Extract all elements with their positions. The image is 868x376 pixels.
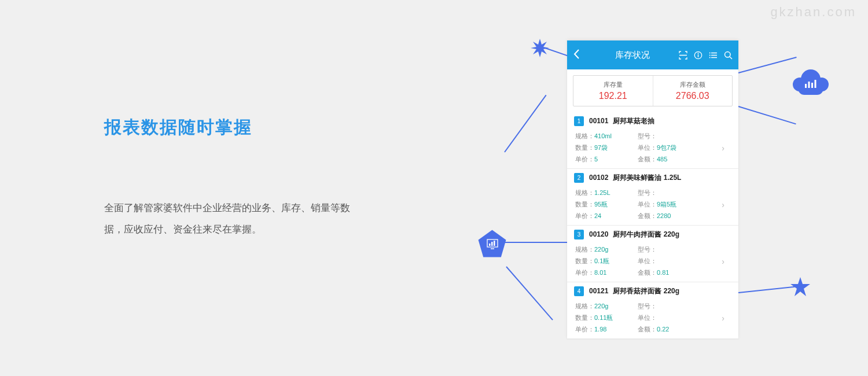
item-amount: 金额：2280 <box>638 212 713 220</box>
item-index-badge: 3 <box>574 230 584 239</box>
item-model: 型号： <box>638 245 713 254</box>
svg-rect-7 <box>808 82 810 88</box>
item-code: 00120 <box>589 230 608 238</box>
scan-icon[interactable] <box>679 51 687 60</box>
chevron-right-icon: › <box>713 200 724 209</box>
item-index-badge: 2 <box>574 173 584 183</box>
item-price: 单价：8.01 <box>575 268 638 277</box>
headline: 报表数据随时掌握 <box>104 116 359 139</box>
back-button[interactable] <box>567 49 586 61</box>
item-index-badge: 1 <box>574 116 584 126</box>
summary-quantity: 库存量 192.21 <box>573 76 653 106</box>
svg-point-18 <box>709 54 711 56</box>
svg-rect-4 <box>494 241 495 246</box>
item-amount: 金额：485 <box>638 155 713 164</box>
item-spec: 规格：1.25L <box>575 189 638 197</box>
star-icon <box>790 277 811 297</box>
connector-line <box>506 266 553 320</box>
inventory-list: 100101厨邦草菇老抽规格：410ml型号：›数量：97袋单位：9包7袋单价：… <box>567 112 738 339</box>
svg-point-19 <box>709 57 711 58</box>
item-amount: 金额：0.22 <box>638 325 713 334</box>
list-item[interactable]: 200102厨邦美味鲜酱油 1.25L规格：1.25L型号：›数量：95瓶单位：… <box>567 169 738 226</box>
item-model: 型号： <box>638 189 713 197</box>
list-item[interactable]: 300120厨邦牛肉拌面酱 220g规格：220g型号：›数量：0.1瓶单位：单… <box>567 226 738 282</box>
item-code: 00101 <box>589 117 608 125</box>
item-code: 00121 <box>589 287 608 295</box>
search-icon[interactable] <box>724 51 733 60</box>
item-model: 型号： <box>638 302 713 311</box>
item-unit: 单位： <box>638 314 713 322</box>
list-item[interactable]: 100101厨邦草菇老抽规格：410ml型号：›数量：97袋单位：9包7袋单价：… <box>567 112 738 169</box>
connector-line <box>505 242 567 243</box>
connector-line <box>738 57 797 73</box>
item-unit: 单位： <box>638 257 713 266</box>
item-price: 单价：5 <box>575 155 638 164</box>
connector-line <box>738 286 795 293</box>
svg-point-12 <box>698 53 699 54</box>
item-name: 厨邦草菇老抽 <box>613 116 654 126</box>
item-unit: 单位：9包7袋 <box>638 143 713 152</box>
list-icon[interactable] <box>709 51 718 60</box>
item-spec: 规格：410ml <box>575 132 638 141</box>
svg-point-20 <box>725 51 731 57</box>
chevron-right-icon: › <box>713 143 724 153</box>
svg-rect-8 <box>811 83 813 88</box>
summary-label: 库存金额 <box>680 80 705 89</box>
phone-screen: 库存状况 库存量 192.21 库存金额 2766.03 100101厨邦草菇老… <box>567 40 738 339</box>
item-name: 厨邦牛肉拌面酱 220g <box>613 230 679 239</box>
chevron-right-icon: › <box>713 314 724 323</box>
svg-rect-13 <box>698 54 698 57</box>
item-spec: 规格：220g <box>575 302 638 311</box>
svg-rect-9 <box>815 80 816 88</box>
summary-label: 库存量 <box>604 80 623 89</box>
summary-amount: 库存金额 2766.03 <box>653 76 733 106</box>
chevron-right-icon: › <box>713 257 724 266</box>
svg-marker-10 <box>790 277 810 296</box>
app-title: 库存状况 <box>586 50 679 61</box>
item-price: 单价：1.98 <box>575 325 638 334</box>
item-quantity: 数量：95瓶 <box>575 200 638 209</box>
burst-icon <box>531 39 549 57</box>
summary-card: 库存量 192.21 库存金额 2766.03 <box>573 75 733 106</box>
svg-point-17 <box>709 52 711 53</box>
svg-rect-2 <box>489 244 491 246</box>
svg-line-21 <box>730 57 732 59</box>
item-name: 厨邦美味鲜酱油 1.25L <box>613 173 681 183</box>
svg-rect-3 <box>491 242 493 246</box>
svg-rect-6 <box>805 84 807 88</box>
item-code: 00102 <box>589 174 608 182</box>
item-quantity: 数量：0.1瓶 <box>575 257 638 266</box>
item-unit: 单位：9箱5瓶 <box>638 200 713 209</box>
summary-value: 192.21 <box>599 91 627 101</box>
svg-marker-0 <box>531 39 549 57</box>
cloud-chart-icon <box>793 69 829 96</box>
list-item[interactable]: 400121厨邦香菇拌面酱 220g规格：220g型号：›数量：0.11瓶单位：… <box>567 282 738 339</box>
item-spec: 规格：220g <box>575 245 638 254</box>
connector-line <box>504 95 546 153</box>
connector-line <box>738 106 796 124</box>
item-quantity: 数量：97袋 <box>575 143 638 152</box>
app-bar: 库存状况 <box>567 40 738 69</box>
watermark-text: gkzhan.com <box>770 5 856 20</box>
pentagon-icon <box>477 229 507 259</box>
item-amount: 金额：0.81 <box>638 268 713 277</box>
item-name: 厨邦香菇拌面酱 220g <box>613 286 679 296</box>
marketing-copy: 报表数据随时掌握 全面了解管家婆软件中企业经营的业务、库存、销量等数据，应收应付… <box>104 116 359 241</box>
item-price: 单价：24 <box>575 212 638 220</box>
summary-value: 2766.03 <box>676 91 709 101</box>
item-index-badge: 4 <box>574 286 584 296</box>
item-model: 型号： <box>638 132 713 141</box>
item-quantity: 数量：0.11瓶 <box>575 314 638 322</box>
description: 全面了解管家婆软件中企业经营的业务、库存、销量等数据，应收应付、资金往来尽在掌握… <box>104 197 359 241</box>
info-icon[interactable] <box>694 51 703 60</box>
